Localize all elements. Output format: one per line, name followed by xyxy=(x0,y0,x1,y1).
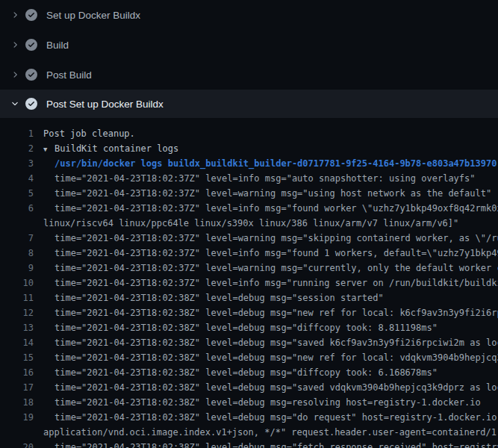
log-line: 1Post job cleanup. xyxy=(0,126,498,141)
line-number[interactable]: 13 xyxy=(0,320,34,335)
line-number[interactable]: 11 xyxy=(0,290,34,305)
log-line: 11time="2021-04-23T18:02:38Z" level=debu… xyxy=(0,290,498,305)
steps-list: Set up Docker Buildx Build Post Build Po… xyxy=(0,0,498,118)
log-line: linux/riscv64 linux/ppc64le linux/s390x … xyxy=(0,216,498,231)
log-line: 8time="2021-04-23T18:02:37Z" level=info … xyxy=(0,246,498,261)
line-number[interactable]: 8 xyxy=(0,246,34,261)
log-message-text: time="2021-04-23T18:02:38Z" level=debug … xyxy=(55,412,498,423)
line-number[interactable]: 10 xyxy=(0,276,34,290)
log-viewer: 1Post job cleanup.2▼BuildKit container l… xyxy=(0,118,498,448)
line-number xyxy=(0,216,34,231)
log-line: application/vnd.oci.image.index.v1+json,… xyxy=(0,425,498,440)
line-number[interactable]: 1 xyxy=(0,126,34,141)
log-message-text: time="2021-04-23T18:02:37Z" level=warnin… xyxy=(55,263,498,273)
line-number[interactable]: 16 xyxy=(0,365,34,380)
log-line: 5time="2021-04-23T18:02:37Z" level=warni… xyxy=(0,186,498,201)
line-number[interactable]: 3 xyxy=(0,156,34,171)
log-line: 9time="2021-04-23T18:02:37Z" level=warni… xyxy=(0,261,498,276)
line-number[interactable]: 20 xyxy=(0,440,34,448)
log-line: 2▼BuildKit container logs xyxy=(0,141,498,156)
chevron-right-icon xyxy=(9,69,21,81)
step-title: Set up Docker Buildx xyxy=(46,10,140,21)
log-line: 7time="2021-04-23T18:02:37Z" level=warni… xyxy=(0,231,498,246)
chevron-right-icon xyxy=(9,39,21,51)
log-line: 6time="2021-04-23T18:02:37Z" level=info … xyxy=(0,201,498,216)
log-line: 12time="2021-04-23T18:02:38Z" level=debu… xyxy=(0,305,498,320)
line-number[interactable]: 14 xyxy=(0,335,34,350)
log-line: 16time="2021-04-23T18:02:38Z" level=debu… xyxy=(0,365,498,380)
log-line: 3/usr/bin/docker logs buildx_buildkit_bu… xyxy=(0,156,498,171)
log-message-text: time="2021-04-23T18:02:37Z" level=warnin… xyxy=(55,233,498,243)
log-message-text: time="2021-04-23T18:02:38Z" level=debug … xyxy=(55,293,384,303)
step-header-build[interactable]: Build xyxy=(0,30,498,60)
chevron-right-icon xyxy=(9,9,21,21)
log-message-text: application/vnd.oci.image.index.v1+json,… xyxy=(43,427,498,438)
step-header-set-up-docker-buildx[interactable]: Set up Docker Buildx xyxy=(0,0,498,30)
log-message-text: time="2021-04-23T18:02:38Z" level=debug … xyxy=(55,337,498,348)
log-line: 10time="2021-04-23T18:02:37Z" level=info… xyxy=(0,276,498,290)
log-line: 19time="2021-04-23T18:02:38Z" level=debu… xyxy=(0,410,498,425)
line-number[interactable]: 4 xyxy=(0,171,34,186)
step-header-post-set-up-docker-buildx[interactable]: Post Set up Docker Buildx xyxy=(0,90,498,118)
line-number[interactable]: 17 xyxy=(0,380,34,395)
line-number[interactable]: 2 xyxy=(0,141,34,156)
log-command-text: /usr/bin/docker logs buildx_buildkit_bui… xyxy=(55,158,497,169)
log-message-text: time="2021-04-23T18:02:38Z" level=debug … xyxy=(55,367,438,378)
line-number[interactable]: 12 xyxy=(0,305,34,320)
log-line: 18time="2021-04-23T18:02:38Z" level=debu… xyxy=(0,395,498,410)
log-line: 4time="2021-04-23T18:02:37Z" level=info … xyxy=(0,171,498,186)
check-circle-icon xyxy=(25,69,37,81)
log-message-text: time="2021-04-23T18:02:37Z" level=info m… xyxy=(55,248,498,258)
chevron-down-icon xyxy=(9,98,21,110)
log-line: 15time="2021-04-23T18:02:38Z" level=debu… xyxy=(0,350,498,365)
step-title: Post Set up Docker Buildx xyxy=(46,99,164,110)
log-group-toggle-icon[interactable]: ▼ xyxy=(43,142,55,156)
line-number xyxy=(0,425,34,440)
log-message-text: time="2021-04-23T18:02:37Z" level=info m… xyxy=(55,173,476,184)
line-number[interactable]: 5 xyxy=(0,186,34,201)
log-message-text: time="2021-04-23T18:02:38Z" level=debug … xyxy=(55,352,498,363)
line-number[interactable]: 9 xyxy=(0,261,34,276)
log-message-text: time="2021-04-23T18:02:37Z" level=warnin… xyxy=(55,188,491,199)
log-message-text: BuildKit container logs xyxy=(55,143,178,154)
log-line: 13time="2021-04-23T18:02:38Z" level=debu… xyxy=(0,320,498,335)
log-line: 20time="2021-04-23T18:02:38Z" level=debu… xyxy=(0,440,498,448)
log-message-text: time="2021-04-23T18:02:38Z" level=debug … xyxy=(55,323,438,333)
log-message-text: time="2021-04-23T18:02:38Z" level=debug … xyxy=(55,382,498,393)
log-message-text: Post job cleanup. xyxy=(43,128,135,139)
log-message-text: time="2021-04-23T18:02:38Z" level=debug … xyxy=(55,397,481,408)
log-message-text: linux/riscv64 linux/ppc64le linux/s390x … xyxy=(43,218,458,228)
log-message-text: time="2021-04-23T18:02:37Z" level=info m… xyxy=(55,278,498,288)
line-number[interactable]: 19 xyxy=(0,410,34,425)
log-line: 14time="2021-04-23T18:02:38Z" level=debu… xyxy=(0,335,498,350)
check-circle-icon xyxy=(25,9,37,21)
log-line: 17time="2021-04-23T18:02:38Z" level=debu… xyxy=(0,380,498,395)
step-title: Post Build xyxy=(46,69,92,81)
step-title: Build xyxy=(46,40,69,51)
line-number[interactable]: 18 xyxy=(0,395,34,410)
line-number[interactable]: 7 xyxy=(0,231,34,246)
log-message-text: time="2021-04-23T18:02:38Z" level=debug … xyxy=(55,442,498,448)
line-number[interactable]: 15 xyxy=(0,350,34,365)
log-message-text: time="2021-04-23T18:02:38Z" level=debug … xyxy=(55,308,498,318)
check-circle-icon xyxy=(25,39,37,51)
step-header-post-build[interactable]: Post Build xyxy=(0,60,498,90)
line-number[interactable]: 6 xyxy=(0,201,34,216)
log-message-text: time="2021-04-23T18:02:37Z" level=info m… xyxy=(55,203,498,214)
check-circle-icon xyxy=(25,98,37,110)
